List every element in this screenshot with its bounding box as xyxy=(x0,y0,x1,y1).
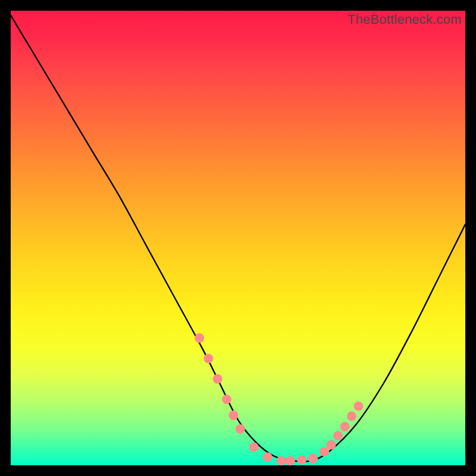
highlight-dot xyxy=(320,447,329,456)
highlight-dot xyxy=(340,422,350,431)
highlight-dot xyxy=(249,442,259,452)
highlight-dot xyxy=(333,431,343,440)
highlight-dot xyxy=(308,454,318,464)
chart-frame: TheBottleneck.com xyxy=(0,0,476,476)
highlight-dot xyxy=(213,374,223,384)
bottleneck-curve-path xyxy=(11,15,465,462)
highlight-dot xyxy=(203,354,213,364)
highlight-dot xyxy=(228,411,238,420)
highlight-dot xyxy=(277,456,286,465)
highlight-dot xyxy=(286,456,295,465)
highlight-dot xyxy=(354,402,364,411)
highlight-dot xyxy=(327,440,336,450)
highlight-dot xyxy=(222,394,231,404)
highlight-dot xyxy=(236,424,245,434)
highlight-dot xyxy=(195,333,204,343)
highlight-dot xyxy=(263,452,273,462)
highlight-dot xyxy=(297,455,306,465)
highlight-dot xyxy=(347,412,356,421)
chart-plot-area: TheBottleneck.com xyxy=(11,11,465,465)
chart-svg xyxy=(11,11,465,465)
highlight-dots-group xyxy=(195,333,363,465)
